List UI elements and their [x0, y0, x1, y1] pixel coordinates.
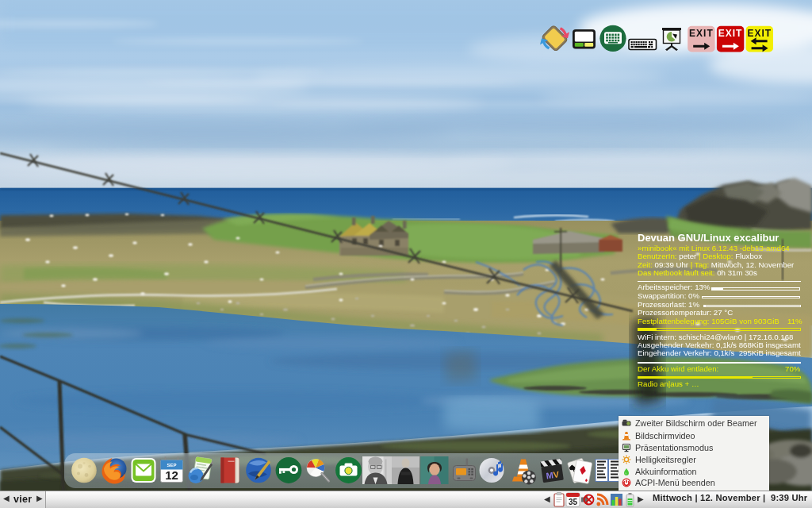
- svg-text:12: 12: [165, 468, 178, 482]
- svg-text:MV: MV: [546, 469, 561, 480]
- svg-text:SEP: SEP: [167, 463, 176, 468]
- svg-text:EXIT: EXIT: [747, 28, 772, 39]
- svg-text:EXIT: EXIT: [718, 28, 743, 39]
- svg-text:EXIT: EXIT: [689, 28, 714, 39]
- svg-text:35: 35: [569, 498, 578, 506]
